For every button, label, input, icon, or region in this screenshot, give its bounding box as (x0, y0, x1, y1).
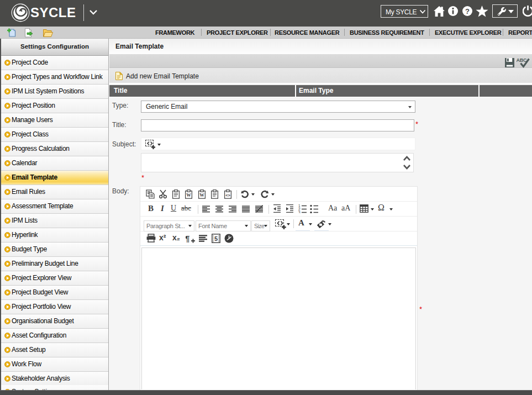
svg-text:W: W (199, 192, 204, 198)
svg-text:ABC: ABC (517, 57, 527, 63)
svg-text:5: 5 (214, 235, 218, 242)
svg-text:?: ? (465, 7, 470, 15)
svg-text:W: W (186, 192, 191, 198)
svg-text:<>: <> (225, 193, 230, 198)
svg-text:3: 3 (298, 210, 301, 213)
svg-text:¶: ¶ (186, 234, 189, 243)
